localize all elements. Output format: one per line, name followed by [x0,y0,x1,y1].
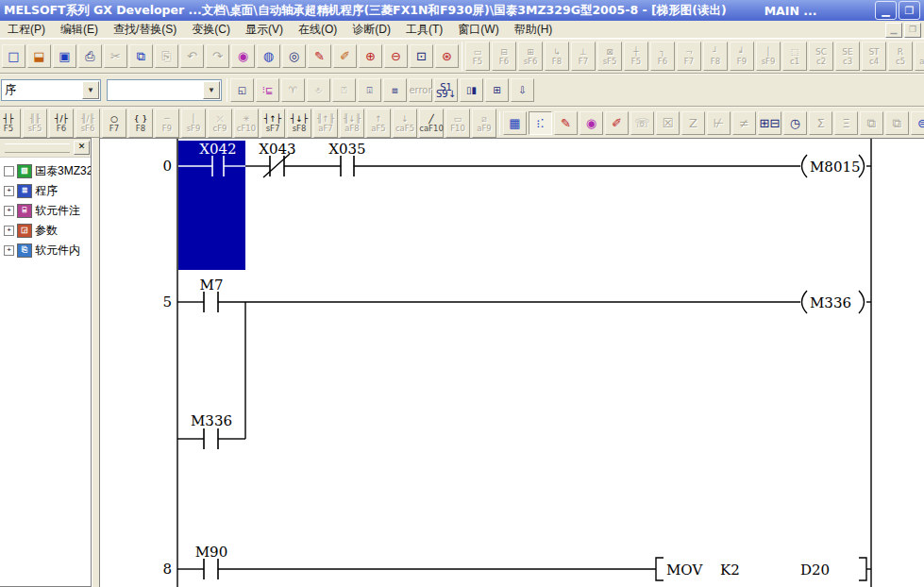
ladder-fkey-button[interactable]: │ aF5 [915,42,924,71]
toolbar-icon-button[interactable]: ⎘ [155,44,178,68]
tree-item[interactable]: + ⌸ 软元件注 [2,201,89,221]
ladder-fkey-button[interactable]: ⬚ c1 [782,42,807,71]
toolbar-icon-button[interactable]: ⧈ [383,78,407,102]
tree-expand-toggle[interactable] [4,166,14,176]
ladder-symbol-button[interactable]: ╢↓╟ aF8 [340,109,364,138]
menu-item[interactable]: 显示(V) [238,21,291,39]
menu-item[interactable]: 帮助(H) [507,21,561,39]
toolbar-icon-button[interactable]: ⊡ [410,44,433,68]
toolbar-icon-button[interactable]: Ξ [834,111,858,135]
ladder-fkey-button[interactable]: ┼ F5 [624,42,648,71]
chevron-down-icon[interactable]: ▼ [203,81,220,99]
menu-item[interactable]: 在线(O) [291,21,344,39]
ladder-symbol-button[interactable]: ↓ caF5 [393,109,417,138]
chevron-down-icon[interactable]: ▼ [82,81,99,99]
menu-item[interactable]: 工程(P) [0,21,53,39]
coil[interactable] [802,155,808,177]
toolbar-icon-button[interactable]: ◍ [257,44,280,68]
instruction-bracket-left[interactable] [656,558,664,580]
tree-expand-toggle[interactable]: + [4,226,14,236]
ladder-symbol-button[interactable]: ⤫ cF9 [208,109,232,138]
toolbar-icon-button[interactable]: ≠ [732,111,756,135]
ladder-symbol-button[interactable]: │ sF9 [181,109,206,138]
toolbar-icon-button[interactable]: ⎀ [307,78,330,102]
toolbar-icon-button[interactable]: Z [681,111,705,135]
device-select-combo[interactable]: ▼ [107,79,222,101]
toolbar-icon-button[interactable]: error [409,78,432,102]
toolbar-icon-button[interactable]: ⧉ [129,44,153,68]
ladder-fkey-button[interactable]: ┘ F8 [703,42,728,71]
ladder-symbol-button[interactable]: ┤↑├ sF7 [260,109,285,138]
menu-item[interactable]: 诊断(D) [344,21,398,39]
ladder-fkey-button[interactable]: ST c4 [862,42,886,71]
toolbar-icon-button[interactable]: ☒ [656,111,680,135]
menu-item[interactable]: 变换(C) [184,21,238,39]
menu-item[interactable]: 编辑(E) [53,21,106,39]
toolbar-icon-button[interactable]: S1 S9↓ [434,78,458,102]
ladder-fkey-button[interactable]: SE c3 [835,42,860,71]
ladder-fkey-button[interactable]: │ sF9 [756,42,781,71]
toolbar-icon-button[interactable]: Σ [809,111,832,135]
tree-expand-toggle[interactable]: + [4,186,14,196]
tree-expand-toggle[interactable]: + [4,245,14,256]
panel-splitter[interactable] [92,138,100,587]
ladder-symbol-button[interactable]: ╢↑╟ aF7 [313,109,338,138]
toolbar-icon-button[interactable]: ⊕ [359,44,382,68]
toolbar-icon-button[interactable]: ⊜ [911,111,924,135]
toolbar-icon-button[interactable]: ⊞⊟ [758,111,781,135]
toolbar-icon-button[interactable]: ♈ [281,78,305,102]
ladder-symbol-button[interactable]: ┤├ F5 [0,109,21,138]
toolbar-icon-button[interactable]: ☏ [630,111,654,135]
ladder-fkey-button[interactable]: ⊟ F6 [492,42,516,71]
toolbar-icon-button[interactable]: ⍞ [332,78,356,102]
coil[interactable] [802,291,808,313]
ladder-symbol-button[interactable]: { } F8 [128,109,153,138]
program-select-combo[interactable]: 序 ▼ [1,79,101,101]
ladder-symbol-button[interactable]: ┤↓├ sF8 [287,109,311,138]
ladder-fkey-button[interactable]: ⊥ F7 [571,42,596,71]
toolbar-icon-button[interactable]: ✂ [104,44,127,68]
toolbar-icon-button[interactable]: ⁝⊑ [256,78,279,102]
ladder-fkey-button[interactable]: ▭ F5 [465,42,490,71]
tree-item[interactable]: + ⎘ 软元件内 [2,241,89,260]
ladder-symbol-button[interactable]: ╢╟ sF5 [23,109,47,138]
toolbar-icon-button[interactable]: ▦ [503,111,527,135]
toolbar-icon-button[interactable]: ◷ [783,111,807,135]
ladder-fkey-button[interactable]: ╛ F9 [730,42,754,71]
ladder-symbol-button[interactable]: ○ F7 [102,109,126,138]
toolbar-icon-button[interactable]: ▯▮ [460,78,483,102]
toolbar-icon-button[interactable]: ◱ [230,78,254,102]
ladder-fkey-button[interactable]: ↳ F8 [545,42,569,71]
toolbar-icon-button[interactable]: ✐ [333,44,357,68]
tree-item[interactable]: + ◲ 参数 [2,221,89,241]
close-icon[interactable]: ✕ [74,141,90,155]
toolbar-icon-button[interactable]: ⧉ [885,111,909,135]
ladder-symbol-button[interactable]: ▭ F10 [445,109,470,138]
toolbar-icon-button[interactable]: ⁝⁚ [529,111,552,135]
ladder-fkey-button[interactable]: ⊞ sF6 [518,42,543,71]
minimize-button[interactable]: ▁ [875,1,897,20]
tree-expand-toggle[interactable]: + [4,206,14,216]
toolbar-icon-button[interactable]: ↷ [206,44,229,68]
ladder-fkey-button[interactable]: ¬ F7 [677,42,701,71]
toolbar-icon-button[interactable]: ◉ [231,44,255,68]
toolbar-icon-button[interactable]: ✐ [605,111,629,135]
menu-item[interactable]: 工具(T) [398,21,450,39]
ladder-symbol-button[interactable]: ⧄ aF9 [472,109,496,138]
ladder-symbol-button[interactable]: ─ F9 [155,109,179,138]
toolbar-icon-button[interactable]: ⎙ [78,44,102,68]
menu-item[interactable]: 窗口(W) [450,21,506,39]
toolbar-icon-button[interactable]: ⊬ [707,111,731,135]
toolbar-icon-button[interactable]: ▣ [53,44,76,68]
toolbar-icon-button[interactable]: ⇩ [511,78,534,102]
toolbar-icon-button[interactable]: ⊛ [435,44,459,68]
toolbar-icon-button[interactable]: ◎ [282,44,306,68]
toolbar-icon-button[interactable]: ⊖ [384,44,408,68]
ladder-symbol-button[interactable]: ┤/├ F6 [49,109,74,138]
toolbar-icon-button[interactable]: ↶ [180,44,204,68]
toolbar-icon-button[interactable]: ✎ [554,111,578,135]
toolbar-icon-button[interactable]: ⊞ [485,78,509,102]
dock-grip[interactable] [5,143,70,153]
tree-item[interactable]: + ≣ 程序 [2,181,89,201]
restore-button[interactable]: ❐ [899,1,920,20]
